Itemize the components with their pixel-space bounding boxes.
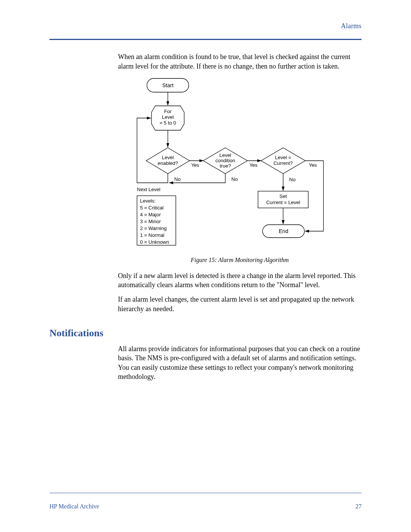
set-label-2: Current = Level	[266, 200, 300, 205]
for-label-3: = 5 to 0	[159, 120, 176, 126]
d3-label-1: Level =	[275, 155, 291, 160]
end-label: End	[279, 228, 288, 234]
page-footer: HP Medical Archive 27	[49, 493, 362, 511]
d2-no-label: No	[231, 176, 238, 182]
levels-l0: Levels:	[140, 198, 156, 204]
next-level-label: Next Level	[137, 187, 161, 192]
d2-label-1: Level	[219, 152, 231, 158]
paragraph-2: Only if a new alarm level is detected is…	[118, 271, 362, 290]
figure-flowchart: Start For Level = 5 to 0 Level enabled? …	[133, 76, 362, 254]
levels-l3: 3 = Minor	[140, 219, 161, 224]
header-section-title: Alarms	[49, 21, 362, 30]
paragraph-4: All alarms provide indicators for inform…	[118, 344, 362, 381]
levels-l2: 4 = Major	[140, 212, 161, 217]
page: Alarms When an alarm condition is found …	[0, 0, 411, 532]
start-label: Start	[162, 82, 174, 88]
figure-caption: Figure 15: Alarm Monitoring Algorithm	[118, 256, 362, 264]
flowchart-svg: Start For Level = 5 to 0 Level enabled? …	[133, 76, 344, 251]
levels-l4: 2 = Warning	[140, 225, 167, 231]
levels-l5: 1 = Normal	[140, 232, 164, 238]
for-label-1: For	[164, 109, 172, 114]
for-label-2: Level	[162, 114, 174, 120]
body-column: When an alarm condition is found to be t…	[118, 52, 362, 313]
header-rule	[49, 39, 362, 40]
set-label-1: Set	[279, 193, 287, 199]
section-heading-notifications: Notifications	[49, 326, 362, 340]
paragraph-3: If an alarm level changes, the current a…	[118, 295, 362, 313]
footer-rule	[49, 493, 362, 493]
levels-l6: 0 = Unknown	[140, 239, 169, 245]
d3-yes-label: Yes	[309, 162, 317, 168]
d3-no-label: No	[289, 177, 296, 182]
d2-label-3: true?	[220, 163, 231, 169]
d2-yes-label: Yes	[249, 162, 258, 168]
d1-yes-label: Yes	[191, 162, 199, 168]
body-column-2: All alarms provide indicators for inform…	[118, 344, 362, 381]
d2-label-2: condition	[215, 158, 235, 163]
d3-label-2: Current?	[274, 160, 293, 166]
page-number: 27	[355, 502, 362, 511]
d1-no-label: No	[174, 176, 181, 182]
paragraph-1: When an alarm condition is found to be t…	[118, 52, 362, 71]
d1-label-1: Level	[162, 155, 174, 160]
levels-l1: 5 = Critical	[140, 205, 164, 211]
footer-left: HP Medical Archive	[49, 502, 99, 511]
d1-label-2: enabled?	[158, 160, 178, 166]
